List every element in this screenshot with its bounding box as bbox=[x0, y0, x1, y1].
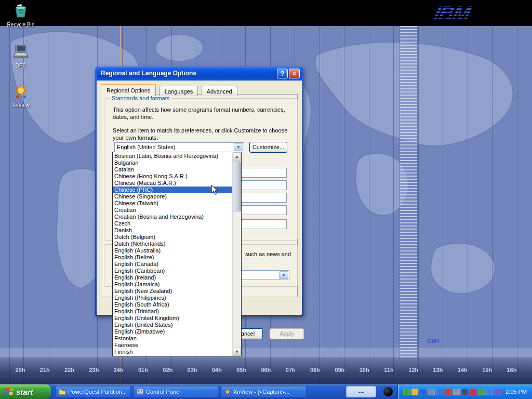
standards-instruction: Select an item to match its preferences,… bbox=[113, 127, 295, 141]
language-option[interactable]: Dutch (Netherlands) bbox=[113, 241, 232, 247]
display-settings-icon[interactable] bbox=[436, 389, 443, 395]
taskbar-button-powerquest[interactable]: PowerQuest Partition... bbox=[55, 386, 131, 397]
messenger-icon[interactable] bbox=[470, 389, 476, 395]
language-option[interactable]: Czech bbox=[113, 220, 232, 227]
taskbar-button-xnview[interactable]: XnView - [<Capture-... bbox=[220, 386, 307, 397]
language-bar-icon[interactable] bbox=[428, 389, 435, 395]
language-option[interactable]: English (South Africa) bbox=[113, 301, 232, 308]
language-option[interactable]: English (Australia) bbox=[113, 247, 232, 254]
tab-advanced[interactable]: Advanced bbox=[202, 86, 237, 96]
tray-clock[interactable]: 2:05 PM bbox=[506, 389, 527, 395]
language-option[interactable]: Finnish bbox=[113, 349, 232, 355]
tab-regional-options[interactable]: Regional Options bbox=[101, 84, 156, 96]
timezone-label: 21h bbox=[39, 367, 50, 373]
scroll-up-icon[interactable]: ▲ bbox=[233, 152, 241, 161]
language-option[interactable]: English (Ireland) bbox=[113, 274, 232, 281]
language-format-combobox[interactable]: English (United States) ▼ bbox=[114, 142, 244, 152]
language-option[interactable]: Faeroese bbox=[113, 342, 232, 349]
timezone-label: 23h bbox=[88, 367, 100, 373]
taskbar-button-label: --- bbox=[358, 389, 364, 395]
language-option[interactable]: Chinese (Macau S.A.R.) bbox=[113, 180, 232, 187]
timezone-label: 24h bbox=[113, 367, 124, 373]
timezone-label: 13h bbox=[432, 367, 444, 373]
start-label: start bbox=[16, 388, 33, 396]
timezone-label: 01h bbox=[137, 367, 149, 373]
language-option[interactable]: English (Philippines) bbox=[113, 295, 232, 301]
dark-app-icon[interactable] bbox=[383, 387, 393, 396]
chevron-down-icon[interactable]: ▼ bbox=[234, 143, 243, 151]
location-text-fragment: such as news and bbox=[245, 250, 291, 258]
timezone-scale: 20h21h22h23h24h01h02h03h04h05h06h07h08h0… bbox=[0, 357, 532, 384]
desktop-icon-xnview[interactable]: XnView bbox=[4, 83, 37, 109]
taskbar-button-control-panel[interactable]: Control Panel bbox=[133, 386, 218, 397]
list-scrollbar[interactable]: ▲ ▼ bbox=[232, 152, 241, 356]
apply-button[interactable]: Apply bbox=[270, 328, 304, 339]
antivirus-icon[interactable] bbox=[445, 389, 451, 395]
language-option[interactable]: Chinese (Hong Kong S.A.R.) bbox=[113, 173, 232, 180]
timezone-label: 10h bbox=[358, 367, 370, 373]
language-option[interactable]: English (Belize) bbox=[113, 254, 232, 261]
taskbar-button-label: XnView - [<Capture-... bbox=[233, 389, 289, 395]
dialog-title: Regional and Language Options bbox=[101, 66, 196, 81]
scroll-down-icon[interactable]: ▼ bbox=[233, 348, 241, 356]
folder-icon bbox=[59, 388, 66, 395]
help-button[interactable]: ? bbox=[277, 69, 288, 78]
taskbar-button-misc[interactable]: --- bbox=[346, 386, 376, 397]
close-button[interactable]: × bbox=[289, 69, 300, 78]
desktop-icon-dpb[interactable]: DPB bbox=[4, 44, 37, 70]
tray-icons bbox=[403, 389, 501, 395]
timezone-label: 04h bbox=[211, 367, 222, 373]
wireless-icon[interactable] bbox=[486, 389, 493, 395]
language-option[interactable]: Croatian (Bosnia and Herzegovina) bbox=[113, 214, 232, 220]
dialog-titlebar[interactable]: Regional and Language Options ? × bbox=[97, 66, 302, 81]
language-option[interactable]: Chinese (PRC) bbox=[113, 187, 232, 193]
volume-icon[interactable] bbox=[453, 389, 460, 395]
tab-languages[interactable]: Languages bbox=[159, 86, 198, 96]
desktop-icon-label: XnView bbox=[12, 102, 30, 108]
language-option[interactable]: Chinese (Taiwan) bbox=[113, 200, 232, 207]
safely-remove-hardware-icon[interactable] bbox=[403, 389, 410, 395]
timezone-label: 12h bbox=[408, 367, 419, 373]
language-option[interactable]: Chinese (Singapore) bbox=[113, 193, 232, 200]
language-option[interactable]: Dutch (Belgium) bbox=[113, 234, 232, 241]
language-option[interactable]: English (Caribbean) bbox=[113, 268, 232, 274]
task-buttons: PowerQuest Partition... Control Panel Xn… bbox=[55, 384, 378, 399]
language-option[interactable]: Danish bbox=[113, 227, 232, 234]
system-tray: 2:05 PM bbox=[397, 384, 532, 399]
scrollbar-thumb[interactable] bbox=[233, 162, 241, 211]
battery-meter-icon[interactable] bbox=[478, 389, 485, 395]
language-dropdown-list: Bosnian (Latin, Bosnia and Herzegovina)B… bbox=[112, 152, 242, 356]
taskbar: start PowerQuest Partition... Control Pa… bbox=[0, 384, 532, 399]
language-option[interactable]: English (United Kingdom) bbox=[113, 315, 232, 322]
language-option[interactable]: English (Zimbabwe) bbox=[113, 328, 232, 335]
language-option[interactable]: Bulgarian bbox=[113, 159, 232, 166]
language-option[interactable]: English (United States) bbox=[113, 322, 232, 328]
language-option[interactable]: English (Trinidad) bbox=[113, 308, 232, 315]
start-button[interactable]: start bbox=[0, 384, 51, 399]
clock-sync-icon[interactable] bbox=[495, 389, 501, 395]
language-option[interactable]: Croatian bbox=[113, 207, 232, 214]
ibm-logo-stripes bbox=[432, 2, 495, 25]
bluetooth-icon[interactable] bbox=[420, 389, 427, 395]
language-option[interactable]: English (New Zealand) bbox=[113, 288, 232, 295]
network-status-icon[interactable] bbox=[461, 389, 468, 395]
language-option[interactable]: Bosnian (Latin, Bosnia and Herzegovina) bbox=[113, 153, 232, 159]
timezone-hatch-band bbox=[400, 26, 418, 358]
timezone-label: 07h bbox=[285, 367, 296, 373]
chevron-down-icon[interactable]: ▼ bbox=[279, 271, 288, 279]
language-option[interactable]: Estonian bbox=[113, 335, 232, 342]
language-option[interactable]: English (Jamaica) bbox=[113, 281, 232, 288]
desktop-icon-label: DPB bbox=[16, 63, 26, 69]
security-center-shield-icon[interactable] bbox=[411, 389, 418, 395]
timezone-label: 15h bbox=[482, 367, 493, 373]
customize-button[interactable]: Customize... bbox=[249, 142, 287, 153]
timezone-label: 08h bbox=[310, 367, 321, 373]
taskbar-button-label: Control Panel bbox=[146, 389, 181, 395]
language-option[interactable]: English (Canada) bbox=[113, 261, 232, 268]
language-option[interactable]: Catalan bbox=[113, 166, 232, 173]
desktop-icon-recycle-bin[interactable]: Recycle Bin bbox=[4, 3, 37, 29]
timezone-label: 14h bbox=[457, 367, 468, 373]
taskbar-button-label: PowerQuest Partition... bbox=[68, 389, 127, 395]
windows-flag-icon bbox=[5, 388, 14, 396]
timezone-label: 16h bbox=[506, 367, 517, 373]
